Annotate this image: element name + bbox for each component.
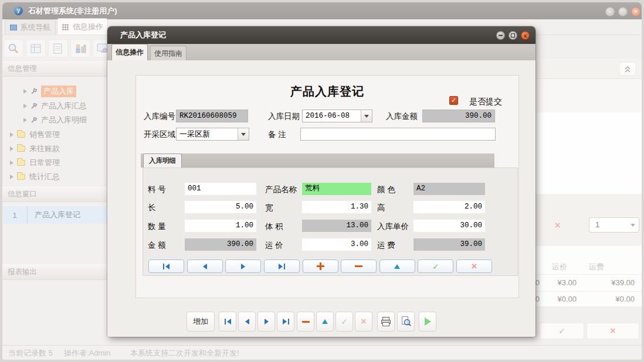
cancel-button[interactable]: × xyxy=(587,323,639,339)
expand-arrow-icon[interactable] xyxy=(23,104,27,108)
expand-arrow-icon[interactable] xyxy=(23,89,27,94)
sidebar-header-info-window[interactable]: 信息窗口 xyxy=(2,186,107,202)
length-field[interactable]: 5.00 xyxy=(185,201,256,213)
sidebar-item-sales-management[interactable]: 销售管理 xyxy=(2,128,107,141)
info-window-item[interactable]: 1 产品入库登记 xyxy=(2,206,107,224)
expand-arrow-icon[interactable] xyxy=(10,160,13,165)
post-record-button[interactable]: ✓ xyxy=(418,259,453,273)
dialog-tab-user-guide[interactable]: 使用指南 xyxy=(150,46,187,60)
width-label: 宽 xyxy=(265,203,273,213)
expand-arrow-icon[interactable] xyxy=(10,175,13,179)
prev-button[interactable] xyxy=(238,312,256,332)
next-button[interactable] xyxy=(257,312,275,332)
sidebar-item-daily-management[interactable]: 日常管理 xyxy=(2,156,107,169)
sidebar-item-accounts[interactable]: 来往账款 xyxy=(2,142,107,155)
system-nav-icon xyxy=(10,25,17,30)
execute-button[interactable] xyxy=(419,312,436,332)
cancel-record-button[interactable]: × xyxy=(456,259,492,273)
plus-icon xyxy=(317,262,324,270)
detail-tab-inbound-detail[interactable]: 入库明细 xyxy=(143,153,182,168)
column-header-freight-cost: 运费 xyxy=(589,262,604,272)
status-record-count: 当前记录数 5 xyxy=(8,348,53,358)
minimize-icon xyxy=(499,35,503,36)
quantity-label: 数 量 xyxy=(148,221,166,232)
last-icon xyxy=(283,319,287,325)
confirm-button[interactable]: ✓ xyxy=(540,323,584,339)
expand-arrow-icon[interactable] xyxy=(23,118,27,122)
toolbar-search-button[interactable] xyxy=(4,39,23,57)
amount-label: 金 额 xyxy=(148,240,166,251)
table-cell: ¥0.00 xyxy=(588,295,635,303)
dialog-close-button[interactable]: x xyxy=(521,31,530,40)
sidebar-item-product-inbound-detail[interactable]: 产品入库明细 xyxy=(2,114,107,126)
first-button[interactable] xyxy=(219,312,236,332)
sidebar-header-info-management[interactable]: 信息管理 xyxy=(2,60,107,77)
product-name-field[interactable]: 荒料 xyxy=(302,183,371,195)
dialog-tab-info-operation[interactable]: 信息操作 xyxy=(111,44,148,60)
sidebar-item-product-inbound-summary[interactable]: 产品入库汇总 xyxy=(2,100,107,112)
page-size-dropdown[interactable]: 1 xyxy=(589,217,639,233)
quantity-field[interactable]: 1.00 xyxy=(185,220,256,232)
toolbar-user-report-button[interactable] xyxy=(70,39,90,57)
prev-icon xyxy=(245,319,249,325)
user-report-icon xyxy=(74,43,86,54)
color-label: 颜 色 xyxy=(377,185,395,195)
toolbar-list-button[interactable] xyxy=(26,39,46,57)
last-record-button[interactable] xyxy=(264,259,300,273)
edit-button[interactable] xyxy=(316,312,334,332)
dropdown-button[interactable] xyxy=(361,110,372,122)
play-icon xyxy=(425,317,431,326)
close-icon: x xyxy=(524,33,527,39)
dialog-minimize-button[interactable] xyxy=(496,31,505,40)
material-no-field[interactable]: 001 xyxy=(185,183,256,195)
unit-price-field[interactable]: 30.00 xyxy=(413,220,485,232)
volume-field: 13.00 xyxy=(302,220,371,232)
sidebar-item-product-inbound[interactable]: 产品入库 xyxy=(2,85,107,97)
expand-arrow-icon[interactable] xyxy=(10,132,13,137)
x-icon: × xyxy=(472,262,477,271)
expand-arrow-icon[interactable] xyxy=(10,146,13,151)
folder-icon xyxy=(17,160,25,166)
document-icon xyxy=(53,43,63,54)
add-record-button[interactable] xyxy=(303,259,338,273)
print-button[interactable] xyxy=(377,312,395,332)
add-button[interactable]: 增加 xyxy=(187,312,215,332)
remark-field[interactable] xyxy=(300,128,496,141)
freight-cost-field: 39.00 xyxy=(413,238,485,251)
cancel-button[interactable]: × xyxy=(355,312,372,332)
save-button[interactable]: ✓ xyxy=(335,312,353,332)
next-icon xyxy=(265,319,269,325)
delete-button[interactable] xyxy=(297,312,314,332)
dropdown-button[interactable] xyxy=(238,128,249,140)
color-field: A2 xyxy=(413,183,485,195)
height-field[interactable]: 2.00 xyxy=(413,201,485,213)
tab-system-nav[interactable]: 系统导航 xyxy=(5,19,56,35)
next-record-button[interactable] xyxy=(225,259,261,273)
preview-button[interactable] xyxy=(397,312,415,332)
toolbar-document-button[interactable] xyxy=(48,39,68,57)
submit-checkbox[interactable]: ✓ xyxy=(449,96,458,105)
dialog-product-inbound: 产品入库登记 x 信息操作 使用指南 产品入库登记 ✓ 是否提交 入库编号 RK… xyxy=(107,26,535,337)
app-minimize-button[interactable]: – xyxy=(605,7,615,16)
dialog-title: 产品入库登记 xyxy=(120,30,166,40)
last-button[interactable] xyxy=(277,312,294,332)
prev-record-button[interactable] xyxy=(187,259,223,273)
edit-record-button[interactable] xyxy=(379,259,415,273)
tab-info-operation[interactable]: 信息操作 xyxy=(57,18,108,35)
freight-price-field[interactable]: 3.00 xyxy=(302,238,371,251)
collapse-panel-button[interactable] xyxy=(619,62,636,76)
dialog-maximize-button[interactable] xyxy=(509,31,517,40)
app-close-button[interactable]: ✕ xyxy=(631,7,640,16)
sidebar-item-statistics[interactable]: 统计汇总 xyxy=(2,170,107,183)
inbound-date-combobox[interactable]: 2016-06-08 xyxy=(302,110,372,122)
first-icon xyxy=(227,319,231,325)
remove-row-icon[interactable]: × xyxy=(555,221,560,230)
detail-tabstrip xyxy=(141,153,494,168)
delete-record-button[interactable] xyxy=(341,259,377,273)
printer-icon xyxy=(381,317,391,327)
mining-area-combobox[interactable]: 一采区新 xyxy=(176,128,249,141)
sidebar-header-report-output[interactable]: 报表输出 xyxy=(2,264,107,280)
app-maximize-button[interactable]: □ xyxy=(618,7,628,16)
first-record-button[interactable] xyxy=(148,259,184,273)
width-field[interactable]: 1.30 xyxy=(302,201,371,213)
